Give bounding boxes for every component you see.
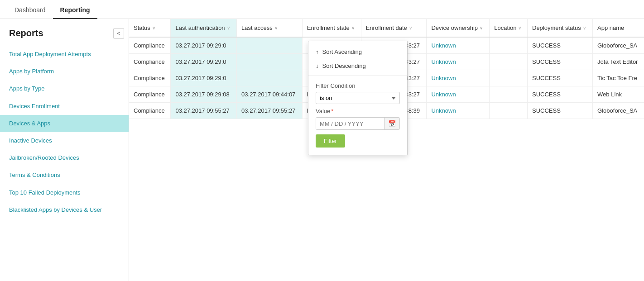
col-header-status[interactable]: Status — [129, 19, 171, 37]
filter-condition-label: Filter Condition — [316, 82, 400, 89]
table-cell — [490, 37, 528, 54]
table-cell: Compliance — [129, 54, 171, 70]
table-cell: Tic Tac Toe Fre — [593, 70, 644, 86]
table-cell — [237, 54, 303, 70]
sort-icon-device-ownership — [480, 25, 483, 30]
table-cell: 03.27.2017 09:29:08 — [171, 86, 237, 103]
filter-button[interactable]: Filter — [316, 134, 345, 148]
sort-icon-last-access — [274, 25, 278, 30]
table-cell: SUCCESS — [528, 103, 593, 119]
sidebar-item-apps-by-type[interactable]: Apps by Type — [0, 80, 129, 97]
table-cell: 03.27.2017 09:55:27 — [237, 103, 303, 119]
sidebar-item-total-app[interactable]: Total App Deployment Attempts — [0, 46, 129, 63]
top-nav: Dashboard Reporting — [0, 0, 644, 19]
date-value-input[interactable] — [316, 118, 384, 129]
sort-ascending-icon — [316, 48, 319, 55]
col-header-enrollment-date[interactable]: Enrollment date — [361, 19, 427, 37]
table-cell: SUCCESS — [528, 86, 593, 103]
table-cell: SUCCESS — [528, 54, 593, 70]
table-cell — [490, 103, 528, 119]
main-layout: < Reports Total App Deployment Attempts … — [0, 19, 644, 281]
table-cell: 03.27.2017 09:29:0 — [171, 54, 237, 70]
column-filter-dropdown: Sort Ascending Sort Descending Filter Co… — [308, 41, 408, 155]
sidebar-item-devices-enrollment[interactable]: Devices Enrollment — [0, 98, 129, 115]
table-cell: Globoforce_SA — [593, 103, 644, 119]
table-cell: Unknown — [427, 103, 490, 119]
col-header-enrollment-state[interactable]: Enrollment state — [302, 19, 361, 37]
sidebar-item-inactive-devices[interactable]: Inactive Devices — [0, 132, 129, 149]
sort-descending-icon — [316, 62, 319, 69]
sort-icon-last-auth: ∨ — [227, 25, 230, 30]
table-cell: Web Link — [593, 86, 644, 103]
table-cell — [237, 37, 303, 54]
table-cell: Globoforce_SA — [593, 37, 644, 54]
sort-icon-status — [152, 25, 155, 30]
sort-icon-deployment-status — [583, 25, 586, 30]
sort-descending-item[interactable]: Sort Descending — [308, 59, 407, 73]
table-cell: Compliance — [129, 86, 171, 103]
sort-icon-enrollment-state — [351, 25, 355, 30]
sort-ascending-item[interactable]: Sort Ascending — [308, 45, 407, 59]
sidebar-item-blacklisted[interactable]: Blacklisted Apps by Devices & User — [0, 201, 129, 219]
col-header-deployment-status[interactable]: Deployment status — [528, 19, 593, 37]
table-cell: Compliance — [129, 37, 171, 54]
filter-condition-select[interactable]: is on is before is after is between — [316, 92, 400, 104]
table-cell: Jota Text Editor — [593, 54, 644, 70]
collapse-button[interactable]: < — [113, 28, 124, 39]
col-header-last-access[interactable]: Last access — [237, 19, 303, 37]
sidebar-item-apps-by-platform[interactable]: Apps by Platform — [0, 63, 129, 80]
table-cell: 03.27.2017 09:29:0 — [171, 70, 237, 86]
col-header-last-auth[interactable]: Last authentication ∨ — [171, 19, 237, 37]
table-cell: Unknown — [427, 70, 490, 86]
tab-dashboard[interactable]: Dashboard — [7, 2, 53, 19]
table-cell: Compliance — [129, 70, 171, 86]
table-cell — [490, 86, 528, 103]
col-header-location[interactable]: Location — [490, 19, 528, 37]
col-header-device-ownership[interactable]: Device ownership — [427, 19, 490, 37]
sidebar-item-devices-apps[interactable]: Devices & Apps — [0, 115, 129, 132]
table-cell: Compliance — [129, 103, 171, 119]
dropdown-divider — [308, 76, 407, 76]
sort-icon-location — [518, 25, 521, 30]
table-cell: SUCCESS — [528, 70, 593, 86]
table-cell: 03.27.2017 09:29:0 — [171, 37, 237, 54]
sidebar: < Reports Total App Deployment Attempts … — [0, 19, 129, 281]
sidebar-item-top10[interactable]: Top 10 Failed Deployments — [0, 184, 129, 201]
sidebar-item-terms[interactable]: Terms & Conditions — [0, 167, 129, 184]
table-cell: SUCCESS — [528, 37, 593, 54]
table-header-row: Status Last authentication ∨ Last access — [129, 19, 644, 37]
sidebar-title: Reports — [0, 28, 129, 46]
main-content: Status Last authentication ∨ Last access — [129, 19, 644, 281]
table-cell: Unknown — [427, 86, 490, 103]
table-cell — [490, 70, 528, 86]
table-cell: 03.27.2017 09:55:27 — [171, 103, 237, 119]
table-cell: Unknown — [427, 54, 490, 70]
table-cell — [490, 54, 528, 70]
filter-section: Filter Condition is on is before is afte… — [308, 79, 407, 151]
table-cell: 03.27.2017 09:44:07 — [237, 86, 303, 103]
date-input-wrapper: 📅 — [316, 117, 400, 130]
sidebar-item-jailbroken[interactable]: Jailbroken/Rooted Devices — [0, 149, 129, 167]
tab-reporting[interactable]: Reporting — [53, 2, 97, 19]
col-header-app-name[interactable]: App name — [593, 19, 644, 37]
table-cell: Unknown — [427, 37, 490, 54]
calendar-icon[interactable]: 📅 — [384, 118, 399, 129]
value-label: Value* — [316, 108, 400, 114]
table-cell — [237, 70, 303, 86]
sort-icon-enrollment-date — [409, 25, 412, 30]
